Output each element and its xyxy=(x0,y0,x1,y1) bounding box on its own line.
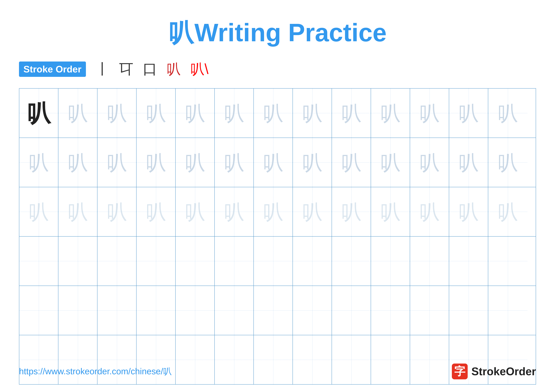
grid-cell-3-6[interactable]: 叭 xyxy=(215,187,254,236)
grid-row-5 xyxy=(19,286,536,335)
grid-cell-2-13[interactable]: 叭 xyxy=(488,138,527,187)
char-faded-2: 叭 xyxy=(458,201,479,222)
char-faded-2: 叭 xyxy=(302,201,323,222)
char-faded: 叭 xyxy=(497,103,518,123)
char-faded: 叭 xyxy=(146,103,166,123)
grid-cell-1-4[interactable]: 叭 xyxy=(137,89,175,138)
grid-cell-1-13[interactable]: 叭 xyxy=(488,89,527,138)
char-faded: 叭 xyxy=(380,103,401,123)
grid-cell-4-13[interactable] xyxy=(488,236,527,285)
char-faded-2: 叭 xyxy=(29,201,49,222)
char-faded: 叭 xyxy=(419,103,440,123)
grid-cell-2-3[interactable]: 叭 xyxy=(97,138,137,187)
grid-cell-2-8[interactable]: 叭 xyxy=(293,138,332,187)
grid-cell-3-9[interactable]: 叭 xyxy=(332,187,371,236)
grid-cell-1-6[interactable]: 叭 xyxy=(215,89,254,138)
grid-cell-3-4[interactable]: 叭 xyxy=(137,187,175,236)
char-solid: 叭 xyxy=(27,101,51,125)
grid-cell-4-11[interactable] xyxy=(410,236,449,285)
grid-cell-5-8[interactable] xyxy=(293,286,332,335)
grid-cell-5-9[interactable] xyxy=(332,286,371,335)
grid-cell-2-10[interactable]: 叭 xyxy=(371,138,410,187)
grid-cell-2-6[interactable]: 叭 xyxy=(215,138,254,187)
grid-cell-3-5[interactable]: 叭 xyxy=(175,187,215,236)
char-faded: 叭 xyxy=(497,152,518,173)
grid-cell-2-12[interactable]: 叭 xyxy=(449,138,488,187)
grid-row-4 xyxy=(19,236,536,286)
char-faded-2: 叭 xyxy=(341,201,362,222)
grid-cell-1-9[interactable]: 叭 xyxy=(332,89,371,138)
grid-cell-2-2[interactable]: 叭 xyxy=(58,138,97,187)
char-faded: 叭 xyxy=(224,152,244,173)
grid-cell-2-9[interactable]: 叭 xyxy=(332,138,371,187)
grid-cell-5-12[interactable] xyxy=(449,286,488,335)
grid-cell-5-1[interactable] xyxy=(19,286,58,335)
grid-cell-5-7[interactable] xyxy=(254,286,293,335)
grid-cell-4-7[interactable] xyxy=(254,236,293,285)
grid-cell-4-4[interactable] xyxy=(137,236,175,285)
grid-cell-3-1[interactable]: 叭 xyxy=(19,187,58,236)
grid-cell-3-10[interactable]: 叭 xyxy=(371,187,410,236)
grid-cell-3-8[interactable]: 叭 xyxy=(293,187,332,236)
char-faded: 叭 xyxy=(107,103,127,123)
grid-cell-5-4[interactable] xyxy=(137,286,175,335)
char-faded: 叭 xyxy=(185,103,205,123)
footer-url[interactable]: https://www.strokeorder.com/chinese/叭 xyxy=(19,366,172,377)
grid-cell-5-11[interactable] xyxy=(410,286,449,335)
grid-cell-1-2[interactable]: 叭 xyxy=(58,89,97,138)
grid-cell-4-1[interactable] xyxy=(19,236,58,285)
grid-cell-3-3[interactable]: 叭 xyxy=(97,187,137,236)
char-faded-2: 叭 xyxy=(146,201,166,222)
char-faded: 叭 xyxy=(419,152,440,173)
grid-cell-3-12[interactable]: 叭 xyxy=(449,187,488,236)
grid-cell-2-5[interactable]: 叭 xyxy=(175,138,215,187)
grid-cell-4-8[interactable] xyxy=(293,236,332,285)
grid-cell-5-3[interactable] xyxy=(97,286,137,335)
char-faded-2: 叭 xyxy=(380,201,401,222)
grid-cell-4-5[interactable] xyxy=(175,236,215,285)
grid-cell-1-8[interactable]: 叭 xyxy=(293,89,332,138)
grid-cell-5-2[interactable] xyxy=(58,286,97,335)
grid-cell-4-10[interactable] xyxy=(371,236,410,285)
char-faded: 叭 xyxy=(458,152,479,173)
grid-cell-2-1[interactable]: 叭 xyxy=(19,138,58,187)
logo-text: StrokeOrder xyxy=(471,365,536,378)
char-faded: 叭 xyxy=(458,103,479,123)
grid-cell-5-10[interactable] xyxy=(371,286,410,335)
grid-cell-2-4[interactable]: 叭 xyxy=(137,138,175,187)
char-faded: 叭 xyxy=(107,152,127,173)
char-faded: 叭 xyxy=(380,152,401,173)
char-faded: 叭 xyxy=(302,152,323,173)
char-faded: 叭 xyxy=(341,152,362,173)
grid-cell-3-11[interactable]: 叭 xyxy=(410,187,449,236)
grid-cell-1-12[interactable]: 叭 xyxy=(449,89,488,138)
grid-cell-4-2[interactable] xyxy=(58,236,97,285)
grid-cell-1-10[interactable]: 叭 xyxy=(371,89,410,138)
grid-cell-1-3[interactable]: 叭 xyxy=(97,89,137,138)
char-faded: 叭 xyxy=(146,152,166,173)
title-area: 叭 Writing Practice xyxy=(0,0,555,50)
stroke-step-1: 丨 xyxy=(95,59,110,79)
grid-cell-1-7[interactable]: 叭 xyxy=(254,89,293,138)
stroke-step-2: 㔿 xyxy=(119,59,133,79)
grid-cell-4-3[interactable] xyxy=(97,236,137,285)
grid-cell-2-7[interactable]: 叭 xyxy=(254,138,293,187)
grid-cell-3-13[interactable]: 叭 xyxy=(488,187,527,236)
practice-grid: 叭 叭 叭 叭 叭 叭 叭 叭 叭 叭 叭 叭 叭 叭 叭 叭 叭 叭 叭 叭 … xyxy=(19,88,536,385)
grid-cell-4-12[interactable] xyxy=(449,236,488,285)
grid-cell-2-11[interactable]: 叭 xyxy=(410,138,449,187)
grid-cell-4-9[interactable] xyxy=(332,236,371,285)
grid-cell-5-5[interactable] xyxy=(175,286,215,335)
grid-cell-5-13[interactable] xyxy=(488,286,527,335)
grid-cell-1-11[interactable]: 叭 xyxy=(410,89,449,138)
grid-cell-4-6[interactable] xyxy=(215,236,254,285)
char-faded: 叭 xyxy=(302,103,323,123)
grid-cell-3-7[interactable]: 叭 xyxy=(254,187,293,236)
grid-cell-1-1[interactable]: 叭 xyxy=(19,89,58,138)
grid-cell-5-6[interactable] xyxy=(215,286,254,335)
stroke-step-3: 口 xyxy=(143,59,157,79)
char-faded-2: 叭 xyxy=(185,201,205,222)
grid-cell-1-5[interactable]: 叭 xyxy=(175,89,215,138)
char-faded-2: 叭 xyxy=(67,201,88,222)
grid-cell-3-2[interactable]: 叭 xyxy=(58,187,97,236)
